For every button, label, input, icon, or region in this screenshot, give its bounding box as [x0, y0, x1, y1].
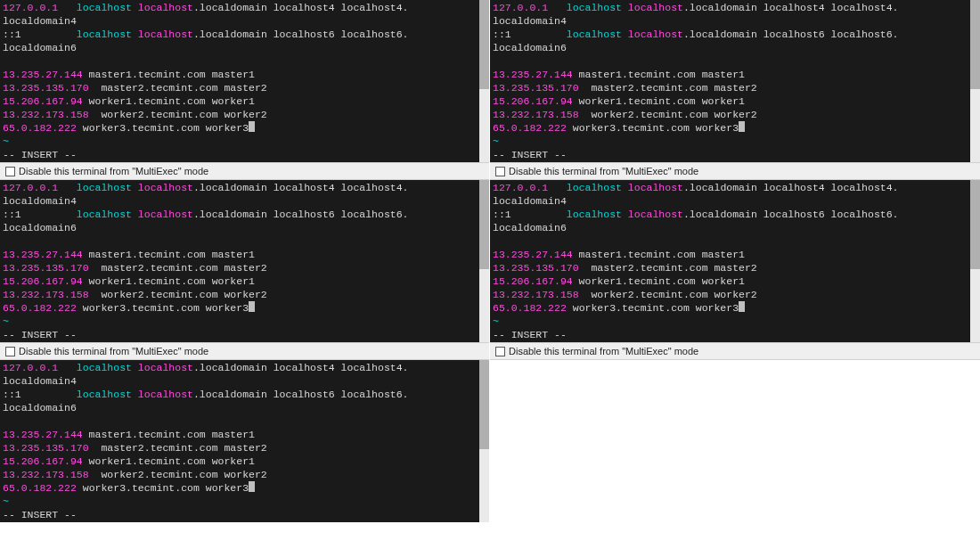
terminal-line: localdomain4	[3, 14, 477, 28]
terminal-line: 13.235.27.144 master1.tecmint.com master…	[3, 68, 477, 81]
terminal-line: ::1 localhost localhost.localdomain loca…	[493, 28, 968, 41]
terminal-output[interactable]: 127.0.0.1 localhost localhost.localdomai…	[490, 0, 970, 162]
terminal-line: 127.0.0.1 localhost localhost.localdomai…	[3, 361, 477, 374]
disable-multiexec-label[interactable]: Disable this terminal from "MultiExec" m…	[19, 346, 208, 356]
disable-multiexec-checkbox[interactable]	[5, 347, 15, 356]
scrollbar-thumb[interactable]	[479, 180, 489, 269]
scrollbar-thumb[interactable]	[970, 0, 980, 89]
text-cursor	[739, 301, 745, 312]
terminal-output[interactable]: 127.0.0.1 localhost localhost.localdomai…	[490, 180, 970, 342]
terminal-line: 13.235.27.144 master1.tecmint.com master…	[3, 428, 477, 441]
terminal-line: ::1 localhost localhost.localdomain loca…	[3, 28, 477, 41]
terminal-line: ~	[493, 135, 968, 148]
text-cursor	[739, 121, 745, 132]
terminal-toolbar: Disable this terminal from "MultiExec" m…	[0, 162, 489, 180]
terminal-line: 15.206.167.94 worker1.tecmint.com worker…	[3, 94, 477, 108]
disable-multiexec-label[interactable]: Disable this terminal from "MultiExec" m…	[509, 166, 698, 176]
terminal-line: 13.235.135.170 master2.tecmint.com maste…	[3, 261, 477, 274]
terminal-output[interactable]: 127.0.0.1 localhost localhost.localdomai…	[0, 0, 479, 162]
terminal-pane: 127.0.0.1 localhost localhost.localdomai…	[0, 360, 490, 538]
terminal-line: 15.206.167.94 worker1.tecmint.com worker…	[3, 274, 477, 288]
terminal-line: 13.235.27.144 master1.tecmint.com master…	[493, 248, 968, 261]
text-cursor	[249, 121, 255, 132]
terminal-line: 13.235.27.144 master1.tecmint.com master…	[493, 68, 968, 81]
terminal-toolbar: Disable this terminal from "MultiExec" m…	[490, 162, 980, 180]
terminal-line: 13.235.135.170 master2.tecmint.com maste…	[3, 81, 477, 94]
terminal-line: 13.232.173.158 worker2.tecmint.com worke…	[3, 108, 477, 121]
terminal-toolbar: Disable this terminal from "MultiExec" m…	[490, 342, 980, 360]
terminal-line	[3, 414, 477, 428]
terminal-line: localdomain6	[493, 41, 968, 54]
terminal-line: ~	[493, 315, 968, 328]
terminal-line: -- INSERT --	[3, 148, 477, 161]
terminal-line	[493, 54, 968, 68]
terminal-pane: 127.0.0.1 localhost localhost.localdomai…	[490, 0, 980, 180]
terminal-line	[3, 234, 477, 248]
terminal-pane	[490, 360, 980, 538]
terminal-line: ::1 localhost localhost.localdomain loca…	[3, 208, 477, 221]
terminal-pane: 127.0.0.1 localhost localhost.localdomai…	[0, 180, 490, 360]
terminal-output[interactable]: 127.0.0.1 localhost localhost.localdomai…	[0, 360, 479, 522]
terminal-line: 13.235.135.170 master2.tecmint.com maste…	[3, 441, 477, 455]
terminal-line: 13.232.173.158 worker2.tecmint.com worke…	[3, 468, 477, 481]
terminal-grid: 127.0.0.1 localhost localhost.localdomai…	[0, 0, 980, 538]
terminal-line: 13.235.27.144 master1.tecmint.com master…	[3, 248, 477, 261]
terminal-line: 127.0.0.1 localhost localhost.localdomai…	[3, 181, 477, 194]
terminal-line: 15.206.167.94 worker1.tecmint.com worker…	[3, 455, 477, 468]
disable-multiexec-label[interactable]: Disable this terminal from "MultiExec" m…	[509, 346, 698, 356]
terminal-line: 127.0.0.1 localhost localhost.localdomai…	[3, 1, 477, 14]
terminal-line: localdomain4	[493, 194, 968, 208]
terminal-line: ::1 localhost localhost.localdomain loca…	[493, 208, 968, 221]
terminal-line: localdomain4	[3, 374, 477, 388]
terminal-line: -- INSERT --	[3, 508, 477, 521]
terminal-line: ~	[3, 495, 477, 508]
terminal-line: 127.0.0.1 localhost localhost.localdomai…	[493, 181, 968, 194]
terminal-line: 65.0.182.222 worker3.tecmint.com worker3	[3, 121, 477, 135]
disable-multiexec-checkbox[interactable]	[5, 167, 15, 176]
terminal-line: 13.235.135.170 master2.tecmint.com maste…	[493, 261, 968, 274]
scrollbar[interactable]	[970, 180, 980, 342]
terminal-line: 65.0.182.222 worker3.tecmint.com worker3	[3, 301, 477, 315]
terminal-line: localdomain6	[3, 221, 477, 234]
terminal-line	[3, 54, 477, 68]
terminal-line: 13.235.135.170 master2.tecmint.com maste…	[493, 81, 968, 94]
terminal-line: localdomain6	[3, 401, 477, 414]
terminal-line: 65.0.182.222 worker3.tecmint.com worker3	[493, 121, 968, 135]
terminal-line: ::1 localhost localhost.localdomain loca…	[3, 388, 477, 401]
terminal-line: localdomain6	[493, 221, 968, 234]
terminal-line: -- INSERT --	[3, 328, 477, 341]
terminal-line: -- INSERT --	[493, 328, 968, 341]
text-cursor	[249, 301, 255, 312]
terminal-line: 13.232.173.158 worker2.tecmint.com worke…	[493, 288, 968, 301]
terminal-line: localdomain4	[3, 194, 477, 208]
disable-multiexec-checkbox[interactable]	[495, 167, 505, 176]
terminal-line: 15.206.167.94 worker1.tecmint.com worker…	[493, 94, 968, 108]
scrollbar-thumb[interactable]	[970, 180, 980, 269]
terminal-output[interactable]: 127.0.0.1 localhost localhost.localdomai…	[0, 180, 479, 342]
scrollbar[interactable]	[479, 180, 489, 342]
terminal-line: 13.232.173.158 worker2.tecmint.com worke…	[3, 288, 477, 301]
terminal-line: 65.0.182.222 worker3.tecmint.com worker3	[3, 481, 477, 495]
terminal-line	[493, 234, 968, 248]
terminal-pane: 127.0.0.1 localhost localhost.localdomai…	[490, 180, 980, 360]
terminal-line: localdomain4	[493, 14, 968, 28]
terminal-toolbar: Disable this terminal from "MultiExec" m…	[0, 342, 489, 360]
scrollbar-thumb[interactable]	[479, 360, 489, 449]
terminal-line: 127.0.0.1 localhost localhost.localdomai…	[493, 1, 968, 14]
terminal-line: 13.232.173.158 worker2.tecmint.com worke…	[493, 108, 968, 121]
terminal-pane: 127.0.0.1 localhost localhost.localdomai…	[0, 0, 490, 180]
terminal-line: -- INSERT --	[493, 148, 968, 161]
text-cursor	[249, 481, 255, 492]
terminal-line: 15.206.167.94 worker1.tecmint.com worker…	[493, 274, 968, 288]
terminal-line: 65.0.182.222 worker3.tecmint.com worker3	[493, 301, 968, 315]
scrollbar[interactable]	[479, 360, 489, 522]
scrollbar[interactable]	[479, 0, 489, 162]
terminal-line: ~	[3, 135, 477, 148]
terminal-line: ~	[3, 315, 477, 328]
scrollbar-thumb[interactable]	[479, 0, 489, 89]
terminal-line: localdomain6	[3, 41, 477, 54]
scrollbar[interactable]	[970, 0, 980, 162]
disable-multiexec-checkbox[interactable]	[495, 347, 505, 356]
disable-multiexec-label[interactable]: Disable this terminal from "MultiExec" m…	[19, 166, 208, 176]
